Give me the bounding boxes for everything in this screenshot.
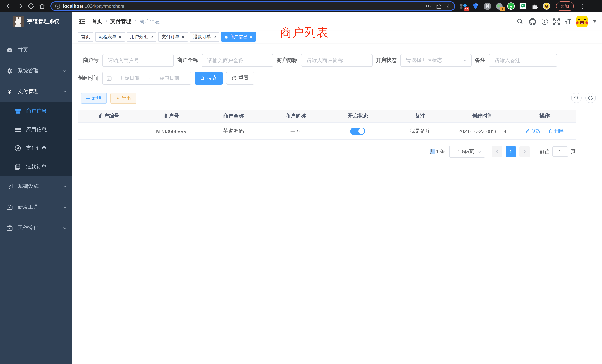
tab-refund-order[interactable]: 退款订单 xyxy=(190,32,219,42)
end-date-placeholder[interactable]: 结束日期 xyxy=(152,75,187,82)
tab-user-group[interactable]: 用户分组 xyxy=(127,32,156,42)
reset-button[interactable]: 重置 xyxy=(226,72,254,85)
extension-y-icon[interactable]: y xyxy=(507,2,515,10)
sidebar-item-label: 系统管理 xyxy=(18,67,39,74)
toolbox-icon xyxy=(6,204,13,211)
sidebar-item-system[interactable]: 系统管理 xyxy=(0,60,72,81)
short-name-input[interactable] xyxy=(301,54,373,67)
sidebar-item-refund-order[interactable]: 退款订单 xyxy=(0,158,72,176)
share-icon[interactable] xyxy=(436,3,441,9)
col-remark: 备注 xyxy=(389,113,451,119)
address-bar[interactable]: localhost:1024/pay/merchant ☆ xyxy=(50,1,455,11)
status-select[interactable]: 请选择开启状态 xyxy=(400,54,472,67)
sidebar-item-home[interactable]: 首页 xyxy=(0,40,72,60)
create-time-range-picker[interactable]: 开始日期 - 结束日期 xyxy=(102,72,191,85)
status-toggle[interactable] xyxy=(351,127,365,135)
close-icon[interactable] xyxy=(150,35,153,38)
close-icon[interactable] xyxy=(119,35,122,38)
col-status: 开启状态 xyxy=(327,113,389,119)
add-button[interactable]: 新增 xyxy=(81,93,107,104)
refresh-table-button[interactable] xyxy=(585,93,596,103)
page-size-select[interactable]: 10条/页 xyxy=(449,146,485,158)
extension-tabs-icon[interactable]: 10 xyxy=(460,2,467,10)
close-icon[interactable] xyxy=(182,35,185,38)
breadcrumb-home[interactable]: 首页 xyxy=(92,18,102,25)
password-key-icon[interactable] xyxy=(425,3,432,9)
prev-page-button[interactable] xyxy=(492,146,502,157)
status-select-placeholder: 请选择开启状态 xyxy=(406,57,463,64)
tab-label: 流程表单 xyxy=(99,34,116,40)
close-icon[interactable] xyxy=(249,35,252,38)
export-button-label: 导出 xyxy=(122,95,131,102)
tab-home[interactable]: 首页 xyxy=(78,32,93,42)
site-info-icon[interactable] xyxy=(55,3,60,9)
sidebar-item-app-info[interactable]: 应用信息 xyxy=(0,120,72,139)
tab-label: 支付订单 xyxy=(162,34,179,40)
breadcrumb-payment[interactable]: 支付管理 xyxy=(110,18,131,25)
update-label: 更新 xyxy=(560,3,569,9)
browser-update-button[interactable]: 更新 xyxy=(556,1,574,11)
browser-home-button[interactable] xyxy=(37,1,47,11)
merchant-no-input[interactable] xyxy=(102,54,174,67)
page-1-button[interactable]: 1 xyxy=(506,146,516,157)
sidebar-item-dev-tools[interactable]: 研发工具 xyxy=(0,197,72,218)
toggle-search-button[interactable] xyxy=(571,93,582,103)
calendar-icon xyxy=(106,75,112,81)
merchant-table: 商户编号 商户号 商户全称 商户简称 开启状态 备注 创建时间 操作 1 M23… xyxy=(78,110,576,140)
close-icon[interactable] xyxy=(213,35,216,38)
app-logo[interactable]: 芋道管理系统 xyxy=(0,12,72,31)
font-size-icon[interactable]: TT xyxy=(565,18,571,25)
status-label: 开启状态 xyxy=(376,57,400,64)
extension-balloon-icon[interactable] xyxy=(472,2,479,10)
chevron-left-icon xyxy=(495,150,499,153)
reload-icon xyxy=(28,3,34,9)
extensions-puzzle-icon[interactable] xyxy=(531,2,539,10)
browser-back-button[interactable] xyxy=(4,1,13,11)
fullscreen-icon[interactable] xyxy=(553,18,560,25)
cell-create-time: 2021-10-23 08:31:14 xyxy=(451,128,514,134)
extension-recorder-icon[interactable]: 1 xyxy=(495,2,503,10)
puzzle-piece-icon xyxy=(531,3,538,10)
remark-input[interactable] xyxy=(489,54,557,67)
goto-page-input[interactable] xyxy=(552,146,568,157)
cell-remark: 我是备注 xyxy=(389,128,451,134)
chevron-down-icon xyxy=(463,58,467,63)
bookmark-star-icon[interactable]: ☆ xyxy=(446,3,451,9)
browser-reload-button[interactable] xyxy=(26,1,36,11)
tab-merchant-info[interactable]: 商户信息 xyxy=(221,32,256,42)
caret-down-icon[interactable] xyxy=(593,20,596,23)
export-button[interactable]: 导出 xyxy=(110,93,136,104)
chevron-down-icon xyxy=(63,226,67,230)
browser-profile-avatar[interactable] xyxy=(543,2,550,10)
sidebar-item-workflow[interactable]: 工作流程 xyxy=(0,218,72,238)
tab-pay-order[interactable]: 支付订单 xyxy=(158,32,188,42)
sidebar-item-merchant-info[interactable]: 商户信息 xyxy=(0,102,72,120)
browser-menu-button[interactable] xyxy=(581,3,585,9)
table-header: 商户编号 商户号 商户全称 商户简称 开启状态 备注 创建时间 操作 xyxy=(78,110,576,123)
extension-command-icon[interactable]: ⌘ xyxy=(483,2,491,10)
search-icon[interactable] xyxy=(516,18,523,25)
start-date-placeholder[interactable]: 开始日期 xyxy=(112,75,147,82)
tab-process-form[interactable]: 流程表单 xyxy=(95,32,125,42)
next-page-button[interactable] xyxy=(519,146,530,157)
green-chat-icon xyxy=(519,3,526,10)
help-icon[interactable]: ? xyxy=(541,18,548,25)
sidebar-item-payment[interactable]: ¥ 支付管理 xyxy=(0,81,72,102)
browser-forward-button[interactable] xyxy=(15,1,24,11)
url-host: localhost xyxy=(63,3,83,9)
cell-merchant-id: 1 xyxy=(78,128,140,134)
sidebar-collapse-icon[interactable] xyxy=(78,17,86,26)
extension-badge: 1 xyxy=(500,7,505,11)
edit-link[interactable]: 修改 xyxy=(525,128,541,134)
sidebar-item-pay-order[interactable]: 支付订单 xyxy=(0,139,72,158)
home-icon xyxy=(39,3,45,9)
sidebar-item-infrastructure[interactable]: 基础设施 xyxy=(0,176,72,197)
add-button-label: 新增 xyxy=(92,95,102,102)
search-button[interactable]: 搜索 xyxy=(195,72,223,85)
url-text: localhost:1024/pay/merchant xyxy=(63,3,425,9)
delete-link[interactable]: 删除 xyxy=(548,128,564,134)
extension-chat-icon[interactable] xyxy=(519,2,527,10)
full-name-input[interactable] xyxy=(202,54,273,67)
github-icon[interactable] xyxy=(528,18,536,25)
user-avatar[interactable] xyxy=(576,16,588,27)
